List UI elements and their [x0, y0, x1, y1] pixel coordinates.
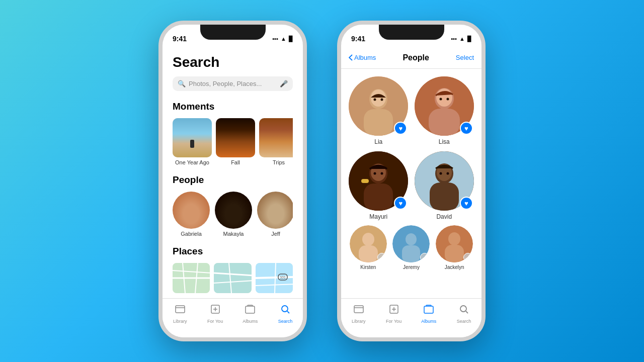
- avatar-makayla: [215, 192, 252, 229]
- person-mayuri[interactable]: ♥ Mayuri: [349, 151, 409, 220]
- search-tab-icon: [280, 304, 291, 317]
- person-makayla[interactable]: Makayla: [215, 192, 252, 237]
- svg-rect-46: [359, 245, 378, 262]
- person-label-1: Gabriela: [181, 231, 202, 237]
- avatar-jackelyn: [436, 225, 473, 262]
- person-label-2: Makayla: [223, 231, 244, 237]
- search-bar[interactable]: 🔍 Photos, People, Places... 🎤: [173, 76, 293, 91]
- time-left: 9:41: [173, 35, 187, 43]
- svg-point-42: [439, 172, 442, 175]
- page-title: Search: [173, 54, 293, 70]
- svg-rect-33: [364, 184, 393, 211]
- svg-rect-27: [429, 109, 460, 136]
- tab-search-active[interactable]: Search: [268, 304, 303, 324]
- heart-badge-mayuri: ♥: [394, 197, 407, 210]
- svg-point-43: [446, 172, 449, 175]
- svg-point-18: [282, 306, 288, 312]
- people-grid-mid: ♥ Mayuri: [349, 151, 474, 220]
- svg-point-51: [448, 232, 460, 245]
- place-1[interactable]: [173, 263, 210, 293]
- nav-title: People: [403, 53, 429, 62]
- svg-point-22: [371, 89, 386, 107]
- svg-point-29: [439, 98, 442, 101]
- svg-rect-17: [246, 306, 255, 313]
- tab-search-r[interactable]: Search: [446, 304, 481, 324]
- signal-icon-r: ▪▪▪: [451, 36, 457, 42]
- tab-albums-r[interactable]: Albums: [412, 304, 447, 324]
- nav-bar: Albums People Select: [341, 47, 481, 69]
- battery-icon: ▉: [289, 36, 293, 42]
- tab-bar-right: Library For You Albums: [341, 298, 481, 337]
- place-2[interactable]: [214, 263, 251, 293]
- moment-one-year-ago[interactable]: One Year Ago: [173, 118, 212, 165]
- svg-point-30: [446, 98, 449, 101]
- search-tab-icon-r: [458, 304, 469, 317]
- heart-badge-lisa: ♥: [460, 122, 473, 135]
- person-jeremy[interactable]: Jeremy: [392, 225, 431, 270]
- svg-rect-52: [445, 245, 464, 262]
- moment-fall[interactable]: Fall: [216, 118, 255, 165]
- back-button[interactable]: Albums: [349, 54, 376, 61]
- back-label: Albums: [354, 54, 376, 61]
- moments-section-title: Moments: [173, 101, 293, 112]
- moments-row: One Year Ago Fall Trips: [173, 118, 293, 165]
- moment-label-1: One Year Ago: [175, 159, 209, 165]
- signal-icon: ▪▪▪: [272, 36, 278, 42]
- mic-icon: 🎤: [280, 80, 288, 87]
- tab-for-you[interactable]: For You: [198, 304, 233, 324]
- no-heart-jeremy: [420, 253, 429, 262]
- svg-point-48: [406, 233, 417, 245]
- person-jeremy-name: Jeremy: [403, 264, 420, 270]
- person-mayuri-name: Mayuri: [369, 213, 387, 220]
- wifi-icon: ▲: [281, 36, 286, 42]
- status-bar-left: 9:41 ▪▪▪ ▲ ▉: [163, 25, 303, 47]
- tab-search-label: Search: [278, 319, 293, 324]
- person-lia-name: Lia: [374, 138, 382, 145]
- albums-icon-r: [423, 304, 434, 317]
- phone-people: 9:41 ▪▪▪ ▲ ▉ Albums People Select: [337, 21, 486, 341]
- for-you-icon: [210, 304, 221, 317]
- svg-rect-53: [354, 306, 363, 313]
- person-jackelyn-name: Jackelyn: [445, 264, 464, 270]
- person-kirsten-name: Kirsten: [360, 264, 376, 270]
- select-button[interactable]: Select: [456, 54, 474, 61]
- tab-albums-label: Albums: [243, 319, 258, 324]
- person-david[interactable]: ♥ David: [415, 151, 474, 220]
- svg-text:101: 101: [280, 276, 286, 279]
- status-icons-left: ▪▪▪ ▲ ▉: [272, 36, 293, 42]
- svg-rect-5: [214, 263, 251, 293]
- tab-albums[interactable]: Albums: [233, 304, 268, 324]
- tab-for-you-r[interactable]: For You: [376, 304, 412, 324]
- svg-rect-49: [402, 245, 420, 262]
- moment-trips[interactable]: Trips: [259, 118, 293, 165]
- tab-for-you-label: For You: [207, 319, 223, 324]
- moment-thumb-2: [216, 118, 255, 157]
- search-placeholder: Photos, People, Places...: [189, 80, 277, 87]
- people-grid-bottom: Kirsten Jeremy: [349, 225, 474, 270]
- tab-library-r[interactable]: Library: [341, 304, 376, 324]
- person-lia[interactable]: ♥ Lia: [349, 76, 409, 145]
- no-heart-jackelyn: [463, 253, 472, 262]
- person-jeff[interactable]: Jeff: [257, 192, 293, 237]
- moment-label-2: Fall: [231, 159, 240, 165]
- avatar-jeremy: [392, 225, 430, 262]
- avatar-jeff: [257, 192, 293, 229]
- person-lisa[interactable]: ♥ Lisa: [415, 76, 474, 145]
- place-3[interactable]: 101: [256, 263, 293, 293]
- moment-thumb-3: [259, 118, 293, 157]
- tab-bar-left: Library For You Albums: [163, 298, 303, 337]
- search-icon: 🔍: [178, 80, 186, 87]
- person-kirsten[interactable]: Kirsten: [349, 225, 388, 270]
- places-section-title: Places: [173, 246, 293, 257]
- tab-library[interactable]: Library: [163, 304, 198, 324]
- heart-badge-david: ♥: [460, 197, 473, 210]
- person-jackelyn[interactable]: Jackelyn: [435, 225, 474, 270]
- time-right: 9:41: [351, 35, 365, 43]
- moment-label-3: Trips: [273, 159, 285, 165]
- avatar-gabriela: [173, 192, 210, 229]
- person-gabriela[interactable]: Gabriela: [173, 192, 210, 237]
- svg-point-23: [374, 99, 376, 101]
- person-label-3: Jeff: [271, 231, 280, 237]
- svg-rect-21: [364, 109, 393, 136]
- svg-rect-37: [361, 179, 369, 183]
